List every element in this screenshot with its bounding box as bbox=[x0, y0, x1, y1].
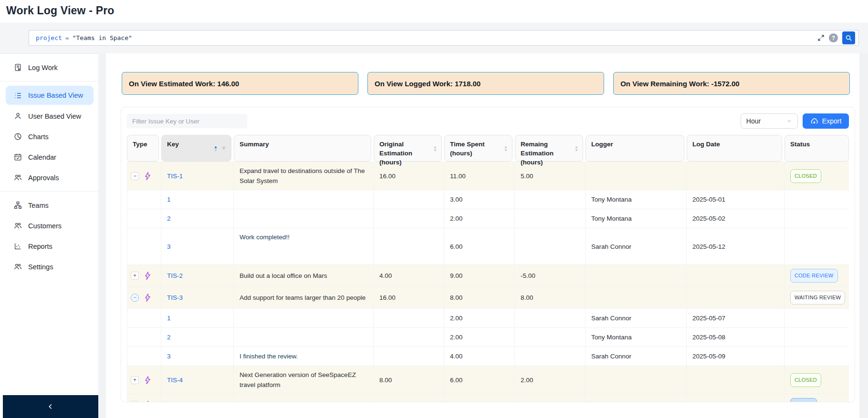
search-button[interactable] bbox=[842, 31, 855, 44]
log-work-icon bbox=[14, 63, 22, 71]
column-header-remaing-estimation-hours[interactable]: Remaing Estimation (hours)▲▼ bbox=[515, 135, 586, 162]
worklog-row: 13.00Tony Montana2025-05-01 bbox=[127, 190, 849, 209]
logger-cell: Tony Montana bbox=[586, 209, 687, 228]
sidebar-item-issue-based-view[interactable]: Issue Based View bbox=[6, 86, 94, 105]
summary-cell: Plans for our Summer Saturn Sale bbox=[234, 394, 374, 402]
type-cell bbox=[127, 347, 161, 366]
collapse-row-button[interactable]: − bbox=[131, 172, 139, 180]
original-estimation-value-cell: 6.00 bbox=[374, 394, 444, 402]
status-cell: DRAFT bbox=[784, 394, 849, 402]
sidebar-item-label: Log Work bbox=[28, 64, 58, 71]
log-date-cell: 2025-05-09 bbox=[687, 347, 784, 366]
sidebar-item-charts[interactable]: Charts bbox=[0, 126, 98, 147]
summary-cell bbox=[234, 190, 374, 209]
worklog-key-link[interactable]: 3 bbox=[167, 351, 171, 361]
logger-name: Tony Montana bbox=[591, 194, 632, 204]
logger-name: Tony Montana bbox=[591, 332, 632, 342]
issue-key-link[interactable]: TIS-3 bbox=[167, 293, 183, 303]
logger-cell bbox=[586, 394, 687, 402]
sidebar-item-label: Calendar bbox=[28, 153, 56, 161]
issue-key-link[interactable]: TIS-4 bbox=[167, 375, 183, 385]
status-badge: CLOSED bbox=[790, 169, 821, 183]
chevron-left-icon bbox=[47, 403, 54, 410]
time-spent-value-cell: 2.00 bbox=[444, 309, 515, 327]
query-actions: ? bbox=[817, 31, 855, 44]
expand-row-button[interactable]: + bbox=[131, 376, 139, 384]
sort-carets-icon: ▲▼ bbox=[214, 145, 218, 152]
export-button[interactable]: Export bbox=[803, 113, 849, 129]
log-date-cell bbox=[687, 265, 784, 286]
key-cell: 3 bbox=[161, 347, 234, 366]
issue-key-link[interactable]: TIS-1 bbox=[167, 171, 183, 181]
worklog-key-link[interactable]: 3 bbox=[167, 242, 171, 252]
worklog-key-link[interactable]: 1 bbox=[167, 313, 171, 323]
jql-input[interactable]: project="Teams in Space" ? bbox=[29, 30, 859, 46]
issue-summary: Plans for our Summer Saturn Sale bbox=[240, 400, 338, 402]
time-spent-value: 8.00 bbox=[450, 400, 462, 402]
sidebar-item-user-based-view[interactable]: User Based View bbox=[0, 106, 98, 126]
pie-chart-icon bbox=[14, 133, 22, 141]
summary-cell: Build out a local office on Mars bbox=[234, 265, 374, 286]
sidebar-item-settings[interactable]: Settings bbox=[0, 256, 98, 277]
time-spent-value-cell: 9.00 bbox=[444, 265, 515, 286]
worklog-key-link[interactable]: 2 bbox=[167, 332, 171, 342]
logger-cell bbox=[586, 162, 687, 190]
expand-editor-icon[interactable] bbox=[817, 34, 825, 41]
issue-row: +TIS-5Plans for our Summer Saturn Sale6.… bbox=[127, 394, 849, 402]
log-date-cell: 2025-05-08 bbox=[687, 328, 784, 347]
worklog-key-link[interactable]: 1 bbox=[167, 194, 171, 204]
summary-card-remaining: On View Remaining Work: -1572.00 bbox=[613, 72, 850, 95]
original-estimation-value-cell bbox=[374, 190, 444, 209]
expand-row-button[interactable]: + bbox=[131, 272, 139, 280]
query-band: project="Teams in Space" ? bbox=[0, 22, 868, 53]
time-spent-value-cell: 11.00 bbox=[444, 162, 515, 190]
column-header-label: Time Spent (hours) bbox=[450, 140, 495, 158]
log-date: 2025-05-08 bbox=[692, 332, 725, 342]
key-cell: TIS-1 bbox=[161, 162, 234, 190]
filter-input[interactable] bbox=[127, 114, 247, 128]
column-header-time-spent-hours[interactable]: Time Spent (hours)▲▼ bbox=[444, 135, 515, 162]
sidebar-collapse-button[interactable] bbox=[3, 395, 98, 418]
remaining-estimation-value: -2.00 bbox=[521, 400, 535, 402]
original-estimation-value-cell: 16.00 bbox=[374, 287, 444, 308]
key-cell: TIS-3 bbox=[161, 287, 234, 308]
jql-operator: = bbox=[65, 34, 69, 41]
time-spent-value-cell: 6.00 bbox=[444, 366, 515, 394]
sidebar-item-reports[interactable]: Reports bbox=[0, 236, 98, 256]
worklog-row: 3Work completed!!6.00Sarah Connor2025-05… bbox=[127, 228, 849, 265]
log-date: 2025-05-12 bbox=[692, 242, 725, 252]
log-date-cell bbox=[687, 162, 784, 190]
collapse-row-button[interactable]: − bbox=[131, 294, 139, 302]
log-date-cell bbox=[687, 394, 784, 402]
expand-row-button[interactable]: + bbox=[131, 401, 139, 402]
log-date-cell: 2025-05-02 bbox=[687, 209, 784, 228]
worklog-row: 3I finished the review.4.00Sarah Connor2… bbox=[127, 347, 849, 366]
unit-select[interactable]: Hour bbox=[741, 113, 798, 129]
time-spent-value-cell: 6.00 bbox=[444, 228, 515, 265]
key-cell: TIS-5 bbox=[161, 394, 234, 402]
sidebar-group: Issue Based ViewUser Based ViewChartsCal… bbox=[0, 82, 98, 192]
worklog-key-link[interactable]: 2 bbox=[167, 214, 171, 224]
help-icon[interactable]: ? bbox=[829, 33, 838, 42]
worklog-table: TypeKey▲▼SummaryOriginal Estimation (hou… bbox=[127, 135, 849, 402]
sidebar-item-calendar[interactable]: Calendar bbox=[0, 147, 98, 167]
issue-key-link[interactable]: TIS-5 bbox=[167, 400, 183, 402]
column-header-original-estimation-hours[interactable]: Original Estimation (hours)▲▼ bbox=[374, 135, 444, 162]
sidebar-item-approvals[interactable]: Approvals bbox=[0, 167, 98, 188]
logger-name: Sarah Connor bbox=[591, 351, 631, 361]
sidebar-item-label: Issue Based View bbox=[28, 92, 83, 99]
key-cell: 2 bbox=[161, 328, 234, 347]
original-estimation-value-cell bbox=[374, 209, 444, 228]
issue-key-link[interactable]: TIS-2 bbox=[167, 271, 183, 281]
sidebar-item-log-work[interactable]: Log Work bbox=[0, 57, 98, 78]
issue-summary: Build out a local office on Mars bbox=[240, 271, 327, 281]
summary-card-label: On View Remaining Work: -1572.00 bbox=[620, 80, 740, 88]
sidebar-item-customers[interactable]: Customers bbox=[0, 215, 98, 236]
original-estimation-value-cell bbox=[374, 328, 444, 347]
key-cell: TIS-4 bbox=[161, 366, 234, 394]
sidebar-item-teams[interactable]: Teams bbox=[0, 195, 98, 215]
issue-row: −TIS-1Expand travel to destinations outs… bbox=[127, 162, 849, 190]
issue-list-icon bbox=[14, 92, 22, 100]
logger-name: Tony Montana bbox=[591, 214, 632, 224]
column-header-key[interactable]: Key▲▼ bbox=[161, 135, 234, 162]
